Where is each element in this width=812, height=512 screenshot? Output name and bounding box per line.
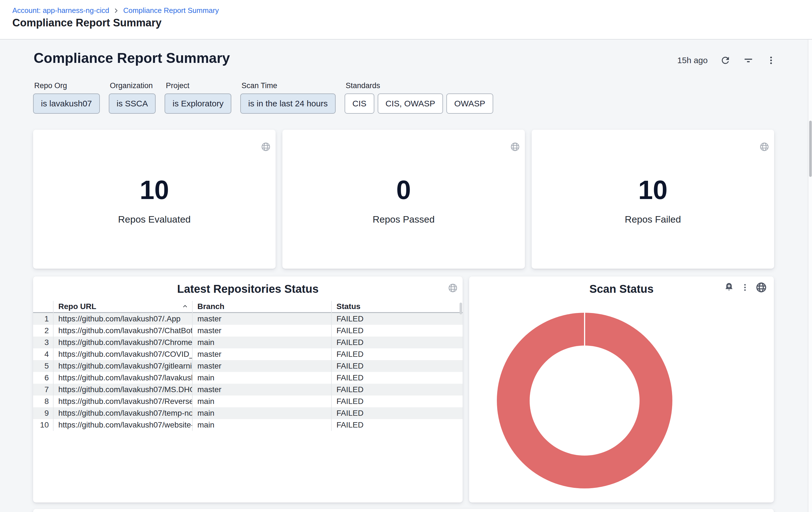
- table-row[interactable]: 10 https://github.com/lavakush07/website…: [33, 419, 463, 431]
- dashboard-title: Compliance Report Summary: [34, 50, 230, 66]
- column-header-branch[interactable]: Branch: [192, 301, 331, 312]
- stat-label: Repos Passed: [282, 214, 525, 225]
- latest-repositories-card: Latest Repositories Status Repo URL Bran…: [33, 276, 463, 503]
- filter-chip-standards-cis-owasp[interactable]: CIS, OWASP: [378, 93, 443, 114]
- status-cell: FAILED: [331, 336, 463, 348]
- table-row[interactable]: 3 https://github.com/lavakush07/Chrome-……: [33, 336, 463, 348]
- globe-icon[interactable]: [510, 141, 520, 153]
- filter-group-repo-org: Repo Org is lavakush07: [33, 81, 100, 114]
- top-header: Account: app-harness-ng-cicd Compliance …: [0, 0, 812, 39]
- alert-bell-plus-icon[interactable]: [723, 282, 735, 293]
- stat-value: 0: [282, 177, 525, 203]
- kebab-menu-icon[interactable]: [740, 283, 750, 292]
- row-number: 8: [33, 396, 53, 407]
- globe-icon[interactable]: [759, 141, 770, 153]
- stat-card-repos-failed: 10 Repos Failed: [532, 130, 774, 269]
- filter-chip-project[interactable]: is Exploratory: [165, 93, 231, 114]
- breadcrumb: Account: app-harness-ng-cicd Compliance …: [12, 6, 219, 15]
- filter-chip-standards-cis[interactable]: CIS: [345, 93, 374, 114]
- column-divider: [53, 301, 54, 431]
- compliance-report-screen: Account: app-harness-ng-cicd Compliance …: [0, 0, 812, 512]
- branch-cell: main: [192, 336, 331, 348]
- stat-value: 10: [532, 177, 774, 203]
- breadcrumb-account-link[interactable]: Account: app-harness-ng-cicd: [12, 6, 109, 15]
- branch-cell: main: [192, 396, 331, 407]
- status-cell: FAILED: [331, 384, 463, 396]
- globe-icon[interactable]: [755, 281, 767, 293]
- row-number: 4: [33, 348, 53, 360]
- branch-cell: master: [192, 384, 331, 396]
- table-scrollbar-thumb[interactable]: [460, 303, 462, 314]
- table-row[interactable]: 7 https://github.com/lavakush07/MS.DHO… …: [33, 384, 463, 396]
- filter-label: Project: [165, 81, 231, 90]
- row-number: 3: [33, 336, 53, 348]
- branch-cell: main: [192, 407, 331, 419]
- filter-chip-scan-time[interactable]: is in the last 24 hours: [240, 93, 336, 114]
- table-row[interactable]: 8 https://github.com/lavakush07/Reverse-…: [33, 396, 463, 407]
- filter-chip-organization[interactable]: is SSCA: [109, 93, 156, 114]
- repo-table: Repo URL Branch Status 1 https://github.…: [33, 301, 463, 431]
- column-header-repo-url[interactable]: Repo URL: [53, 301, 192, 312]
- row-number: 7: [33, 384, 53, 396]
- table-row[interactable]: 5 https://github.com/lavakush07/gitlearn…: [33, 360, 463, 372]
- status-cell: FAILED: [331, 372, 463, 384]
- branch-cell: master: [192, 360, 331, 372]
- status-cell: FAILED: [331, 348, 463, 360]
- scan-status-donut-chart[interactable]: [497, 313, 672, 488]
- column-header-label: Status: [337, 302, 360, 311]
- repo-url-cell: https://github.com/lavakush07/website-1: [53, 419, 192, 431]
- next-card-partial: [33, 509, 774, 512]
- repo-url-cell: https://github.com/lavakush07/Chrome-…: [53, 336, 192, 348]
- page-scrollbar-thumb[interactable]: [809, 121, 812, 177]
- filter-label: Organization: [109, 81, 156, 90]
- filter-group-standards: Standards CIS CIS, OWASP OWASP: [345, 81, 493, 114]
- status-cell: FAILED: [331, 419, 463, 431]
- repo-url-cell: https://github.com/lavakush07/ChatBot: [53, 325, 192, 336]
- table-row[interactable]: 6 https://github.com/lavakush07/lavakush…: [33, 372, 463, 384]
- branch-cell: master: [192, 348, 331, 360]
- stat-label: Repos Evaluated: [33, 214, 276, 225]
- last-refreshed-text: 15h ago: [677, 56, 708, 65]
- globe-icon[interactable]: [260, 141, 271, 153]
- globe-icon[interactable]: [447, 283, 458, 294]
- table-row[interactable]: 9 https://github.com/lavakush07/temp-no……: [33, 407, 463, 419]
- branch-cell: master: [192, 325, 331, 336]
- stat-value: 10: [33, 177, 276, 203]
- repo-url-cell: https://github.com/lavakush07/lavakush…: [53, 372, 192, 384]
- scan-status-card: Scan Status FAILED 100.00%: [469, 276, 774, 503]
- table-row[interactable]: 2 https://github.com/lavakush07/ChatBot …: [33, 325, 463, 336]
- status-cell: FAILED: [331, 313, 463, 325]
- branch-cell: main: [192, 372, 331, 384]
- stat-card-repos-passed: 0 Repos Passed: [282, 130, 525, 269]
- column-divider: [331, 301, 332, 431]
- table-row[interactable]: 1 https://github.com/lavakush07/.App mas…: [33, 313, 463, 325]
- kebab-menu-icon[interactable]: [766, 55, 776, 65]
- refresh-icon[interactable]: [720, 55, 731, 66]
- column-header-label: Repo URL: [58, 302, 96, 311]
- filter-icon[interactable]: [743, 55, 754, 66]
- column-divider: [192, 301, 193, 431]
- repo-url-cell: https://github.com/lavakush07/Reverse-…: [53, 396, 192, 407]
- donut-hole: [530, 346, 640, 456]
- filter-chip-standards-owasp[interactable]: OWASP: [446, 93, 493, 114]
- filter-chip-repo-org[interactable]: is lavakush07: [33, 93, 100, 114]
- row-number-column-header: [33, 301, 53, 312]
- status-cell: FAILED: [331, 396, 463, 407]
- sort-ascending-icon[interactable]: [182, 303, 188, 310]
- stat-card-repos-evaluated: 10 Repos Evaluated: [33, 130, 276, 269]
- filter-label: Standards: [345, 81, 493, 90]
- column-header-label: Branch: [197, 302, 224, 311]
- table-row[interactable]: 4 https://github.com/lavakush07/COVID_T……: [33, 348, 463, 360]
- repo-url-cell: https://github.com/lavakush07/MS.DHO…: [53, 384, 192, 396]
- page-scrollbar[interactable]: [808, 39, 812, 512]
- filter-label: Repo Org: [33, 81, 100, 90]
- column-header-status[interactable]: Status: [331, 301, 463, 312]
- repo-table-header: Repo URL Branch Status: [33, 301, 463, 313]
- page-title: Compliance Report Summary: [12, 17, 162, 29]
- donut-slice-divider: [584, 313, 585, 346]
- table-card-title: Latest Repositories Status: [33, 283, 463, 295]
- breadcrumb-chevron-icon: [113, 7, 119, 14]
- filter-group-scan-time: Scan Time is in the last 24 hours: [240, 81, 336, 114]
- status-cell: FAILED: [331, 360, 463, 372]
- breadcrumb-current-link[interactable]: Compliance Report Summary: [123, 6, 219, 15]
